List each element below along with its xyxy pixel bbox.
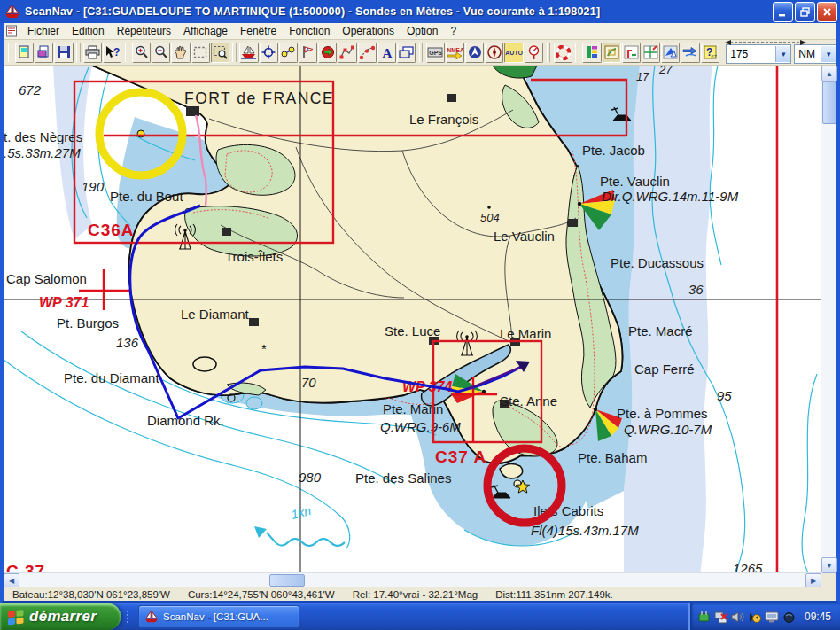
- tray-display-icon[interactable]: [765, 611, 779, 624]
- menu-edition[interactable]: Edition: [66, 24, 111, 38]
- chart-load-button[interactable]: [622, 43, 641, 63]
- windows-logo-icon: [7, 609, 25, 626]
- units-combo[interactable]: NM ▼: [794, 44, 836, 64]
- scannav-task-button[interactable]: ScanNav - [C31:GUA...: [138, 605, 299, 628]
- planning-icon: [663, 45, 678, 59]
- scale-help-icon: ? 67: [704, 45, 717, 59]
- chart-display-button[interactable]: [603, 43, 621, 63]
- route-edit-button[interactable]: [338, 43, 356, 63]
- mark-flag-button[interactable]: A: [299, 43, 317, 63]
- track-icon: [360, 45, 375, 59]
- toolbar-separator: [8, 43, 12, 62]
- menu-aide[interactable]: ?: [444, 24, 463, 38]
- menu-fichier[interactable]: Fichier: [21, 24, 66, 38]
- toolbar: ?: [4, 40, 836, 66]
- compass-button[interactable]: [485, 43, 503, 63]
- auto-pilot-button[interactable]: AUTO: [504, 43, 524, 63]
- menu-fonction[interactable]: Fonction: [283, 24, 336, 38]
- svg-text:Pte. Macré: Pte. Macré: [628, 323, 693, 338]
- menu-operations[interactable]: Opérations: [336, 24, 401, 38]
- chart-document-icon: [5, 25, 18, 37]
- vertical-scroll-thumb[interactable]: [822, 82, 836, 124]
- status-bar: Bateau:12°38,030'N 061°23,859'W Curs:14°…: [4, 587, 836, 601]
- currents-button[interactable]: [681, 43, 699, 63]
- title-bar[interactable]: ScanNav - [C31:GUADELOUPE TO MARTINIQUE …: [0, 0, 840, 23]
- svg-text:t. des Nègres: t. des Nègres: [4, 129, 82, 144]
- menu-fenetre[interactable]: Fenêtre: [234, 24, 283, 38]
- tray-network-disconnected-icon[interactable]: [714, 611, 727, 624]
- scroll-down-button[interactable]: ▼: [821, 557, 837, 573]
- scale-combo[interactable]: 175 ▼: [726, 44, 791, 64]
- svg-text:A: A: [382, 46, 392, 60]
- svg-text:.5s.33m.27M: .5s.33m.27M: [4, 145, 81, 160]
- layers-icon: [399, 46, 414, 59]
- zoom-select-icon: [213, 45, 228, 59]
- scroll-left-button[interactable]: ◀: [4, 573, 19, 587]
- help-pointer-button[interactable]: ?: [103, 43, 121, 63]
- zoom-in-button[interactable]: [132, 43, 151, 63]
- pan-hand-button[interactable]: [171, 43, 190, 63]
- menu-affichage[interactable]: Affichage: [177, 24, 234, 38]
- instruments-button[interactable]: [525, 43, 543, 63]
- tray-status-icon[interactable]: [782, 611, 796, 624]
- chart-unload-button[interactable]: [642, 43, 660, 63]
- save-button[interactable]: [54, 43, 73, 63]
- svg-text:Dir.Q.WRG.14m.11-9M: Dir.Q.WRG.14m.11-9M: [602, 189, 739, 204]
- zoom-select-button[interactable]: [211, 43, 229, 63]
- route-edit-icon: [339, 45, 354, 59]
- pan-hand-icon: [174, 45, 187, 59]
- scale-group: 175 ▼ NM ▼: [723, 41, 836, 64]
- menu-option[interactable]: Option: [401, 24, 444, 38]
- chart-catalog-button[interactable]: [582, 43, 601, 63]
- waypoint-button[interactable]: [279, 43, 298, 63]
- svg-text:Pt. Burgos: Pt. Burgos: [57, 315, 119, 331]
- tray-volume-icon[interactable]: [731, 611, 744, 624]
- text-button[interactable]: A: [377, 43, 396, 63]
- boat-button[interactable]: [239, 43, 258, 63]
- mob-button[interactable]: [554, 43, 572, 63]
- tray-device-icon[interactable]: [697, 611, 711, 624]
- scannav-window: ScanNav - [C31:GUADELOUPE TO MARTINIQUE …: [0, 0, 840, 603]
- select-rect-button[interactable]: [191, 43, 210, 63]
- open-chart-button[interactable]: [35, 43, 53, 63]
- center-target-icon: [261, 45, 276, 59]
- compass-icon: [487, 45, 502, 59]
- svg-text:Q.WRG.10-7M: Q.WRG.10-7M: [624, 422, 712, 437]
- north-up-button[interactable]: [465, 43, 484, 63]
- print-button[interactable]: [83, 43, 102, 63]
- svg-text:Pte. des Salines: Pte. des Salines: [355, 471, 451, 486]
- scroll-up-button[interactable]: ▲: [821, 66, 837, 82]
- layers-button[interactable]: [397, 43, 416, 63]
- svg-text:A: A: [306, 47, 309, 52]
- minimize-button[interactable]: [773, 2, 793, 22]
- task-button-label: ScanNav - [C31:GUA...: [163, 611, 268, 622]
- tray-app-icon[interactable]: [748, 611, 761, 624]
- goto-button[interactable]: [318, 43, 337, 63]
- menu-repetiteurs[interactable]: Répétiteurs: [111, 24, 177, 38]
- svg-text:Q.WRG.9-6M: Q.WRG.9-6M: [380, 419, 461, 434]
- start-label: démarrer: [29, 608, 97, 626]
- vertical-scrollbar[interactable]: ▲ ▼: [821, 66, 836, 573]
- gps-button[interactable]: GPS: [426, 43, 445, 63]
- close-button[interactable]: [817, 2, 837, 22]
- chart-canvas[interactable]: 672 FORT de FRANCE Le François t. des Nè…: [4, 66, 821, 576]
- restore-button[interactable]: [795, 2, 815, 22]
- horizontal-scroll-thumb[interactable]: [269, 574, 305, 587]
- center-boat-button[interactable]: [260, 43, 278, 63]
- svg-text:Le Marin: Le Marin: [500, 326, 551, 341]
- start-button[interactable]: démarrer: [0, 603, 121, 630]
- print-icon: [85, 45, 100, 59]
- scale-help-button[interactable]: ? 67: [701, 43, 719, 63]
- nmea-button[interactable]: NMEA: [446, 43, 464, 63]
- text-icon: A: [380, 45, 393, 59]
- zoom-out-button[interactable]: [152, 43, 170, 63]
- units-dropdown-arrow[interactable]: ▼: [821, 46, 836, 62]
- new-chart-button[interactable]: [15, 43, 34, 63]
- planning-button[interactable]: [661, 43, 680, 63]
- svg-text:Pte. Jacob: Pte. Jacob: [582, 143, 645, 158]
- svg-text:Pte. à Pommes: Pte. à Pommes: [617, 406, 708, 421]
- track-button[interactable]: [358, 43, 377, 63]
- scroll-right-button[interactable]: ▶: [805, 573, 821, 587]
- horizontal-scrollbar[interactable]: ◀ ▶: [4, 572, 821, 587]
- scale-dropdown-arrow[interactable]: ▼: [775, 46, 790, 62]
